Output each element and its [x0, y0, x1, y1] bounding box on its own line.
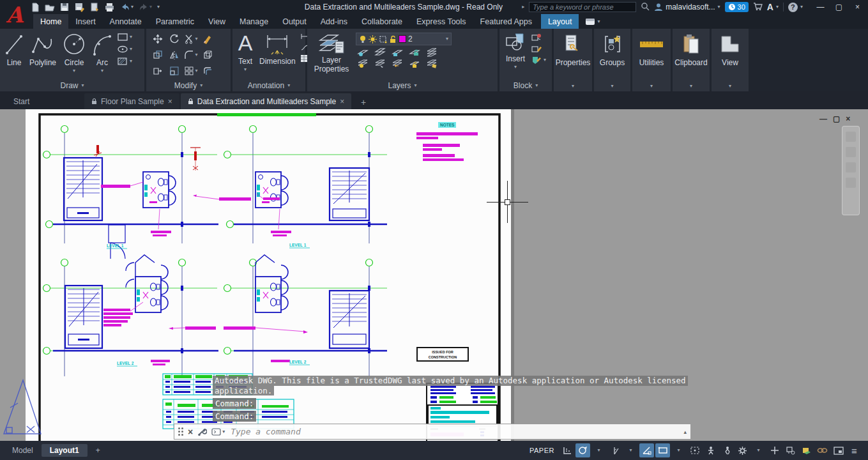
- save-icon[interactable]: [60, 3, 70, 12]
- dynamic-ucs-toggle[interactable]: [703, 443, 718, 457]
- ribbon-tab-layout[interactable]: Layout: [541, 14, 579, 29]
- create-block-tool[interactable]: [531, 33, 546, 41]
- modify-panel-footer[interactable]: Modify ▾: [146, 79, 231, 91]
- orbit-icon[interactable]: [846, 162, 856, 172]
- trial-countdown-badge[interactable]: 30: [725, 2, 749, 12]
- ribbon-tab-home[interactable]: Home: [33, 14, 68, 29]
- ribbon-tab-parametric[interactable]: Parametric: [149, 14, 201, 29]
- polyline-button[interactable]: Polyline: [28, 31, 57, 79]
- layer-select[interactable]: 2 ▾: [356, 33, 452, 45]
- new-layout-button[interactable]: +: [88, 444, 109, 457]
- polar-tracking-toggle[interactable]: [607, 443, 622, 457]
- minimize-button[interactable]: —: [811, 0, 830, 14]
- zoom-icon[interactable]: [846, 147, 856, 157]
- signed-in-user[interactable]: malavidasoft... ▾: [654, 3, 720, 12]
- layer-match-tool[interactable]: [426, 47, 438, 57]
- drawing-canvas[interactable]: LEVEL 1 LEVEL 1 LEVEL 2 LEVEL 2 NOTES: [0, 109, 868, 441]
- xref-link-icon[interactable]: [815, 443, 830, 457]
- navigation-bar[interactable]: [842, 126, 860, 215]
- file-tab-start[interactable]: Start: [6, 93, 83, 109]
- erase-tool[interactable]: [202, 34, 213, 44]
- workspace-caret[interactable]: ▾: [751, 443, 766, 457]
- pan-icon[interactable]: [846, 132, 856, 142]
- workspace-gear-button[interactable]: [735, 443, 750, 457]
- command-expand-icon[interactable]: ▴: [683, 429, 687, 435]
- layer-unlock-tool[interactable]: [409, 59, 420, 68]
- save-as-icon[interactable]: [75, 3, 85, 12]
- object-snap-tracking-toggle[interactable]: [655, 443, 670, 457]
- rotate-tool[interactable]: [169, 34, 179, 44]
- text-button[interactable]: A Text ▾: [236, 31, 255, 79]
- ribbon-tab-output[interactable]: Output: [275, 14, 314, 29]
- command-line-bar[interactable]: × ▾ ▴: [174, 424, 691, 440]
- redo-caret-icon[interactable]: ▾: [149, 4, 152, 10]
- app-menu-button[interactable]: A: [3, 0, 27, 29]
- hatch-tool[interactable]: ▾: [117, 57, 132, 66]
- clipboard-panel-collapsed[interactable]: Clipboard ▾: [673, 29, 710, 91]
- file-tab-floor-plan[interactable]: Floor Plan Sample ×: [84, 93, 179, 109]
- customization-menu-button[interactable]: ≡: [847, 443, 862, 457]
- annotation-scale-button[interactable]: [767, 443, 782, 457]
- groups-panel-collapsed[interactable]: Groups ▾: [594, 29, 630, 91]
- ribbon-tab-insert[interactable]: Insert: [68, 14, 102, 29]
- redo-icon[interactable]: ▾: [139, 3, 152, 12]
- command-close-icon[interactable]: ×: [188, 427, 193, 437]
- layer-previous-tool[interactable]: [392, 59, 403, 68]
- layer-unisolate-tool[interactable]: [374, 47, 386, 57]
- annotation-monitor-toggle[interactable]: [783, 443, 798, 457]
- scale-tool[interactable]: [169, 66, 179, 76]
- view-panel-collapsed[interactable]: View ▾: [712, 29, 749, 91]
- close-tab-icon[interactable]: ×: [340, 97, 344, 106]
- customize-wrench-icon[interactable]: [197, 427, 207, 436]
- mirror-tool[interactable]: [169, 50, 179, 60]
- open-file-icon[interactable]: [45, 3, 55, 12]
- doc-minimize-button[interactable]: —: [819, 114, 827, 123]
- layer-walk-tool[interactable]: [426, 59, 438, 68]
- annotation-panel-footer[interactable]: Annotation ▾: [232, 79, 305, 91]
- fillet-tool[interactable]: ▾: [184, 50, 197, 60]
- close-tab-icon[interactable]: ×: [168, 97, 172, 106]
- layer-freeze-tool[interactable]: [392, 47, 403, 57]
- autodesk-app-button[interactable]: A ▾: [767, 2, 779, 12]
- close-button[interactable]: ×: [848, 0, 867, 14]
- undo-caret-icon[interactable]: ▾: [131, 4, 133, 10]
- snap-mode-toggle[interactable]: [575, 443, 590, 457]
- collapse-arrow-icon[interactable]: ▸: [522, 4, 524, 10]
- edit-block-tool[interactable]: [531, 44, 546, 52]
- maximize-button[interactable]: ▢: [830, 0, 848, 14]
- print-icon[interactable]: [105, 3, 115, 12]
- ribbon-tab-manage[interactable]: Manage: [232, 14, 275, 29]
- search-icon[interactable]: [641, 2, 650, 13]
- insert-block-button[interactable]: Insert ▾: [503, 31, 528, 79]
- line-button[interactable]: Line: [3, 31, 25, 79]
- isolate-objects-button[interactable]: [799, 443, 814, 457]
- define-attributes-tool[interactable]: ▾: [531, 56, 546, 64]
- paper-space-label[interactable]: PAPER: [529, 447, 554, 454]
- user-caret-icon[interactable]: ▾: [718, 4, 720, 10]
- move-tool[interactable]: [153, 34, 163, 44]
- polar-caret[interactable]: ▾: [623, 443, 638, 457]
- object-snap-toggle[interactable]: [639, 443, 654, 457]
- recent-commands-button[interactable]: ▾: [211, 428, 225, 436]
- cart-icon[interactable]: [753, 2, 763, 13]
- arc-button[interactable]: Arc ▾: [91, 31, 114, 79]
- selection-cycling-toggle[interactable]: [687, 443, 702, 457]
- doc-restore-button[interactable]: ▢: [833, 114, 840, 123]
- layer-lock-tool[interactable]: [409, 47, 420, 57]
- model-tab[interactable]: Model: [4, 444, 42, 457]
- explode-tool[interactable]: [202, 50, 213, 60]
- draw-panel-footer[interactable]: Draw ▾: [0, 79, 144, 91]
- new-drawing-tab-button[interactable]: +: [356, 95, 370, 109]
- dimension-button[interactable]: Dimension: [258, 31, 297, 79]
- layers-panel-footer[interactable]: Layers ▾: [307, 79, 498, 91]
- command-input[interactable]: [229, 426, 679, 437]
- ribbon-tab-view[interactable]: View: [201, 14, 232, 29]
- osnap-tracking-caret[interactable]: ▾: [671, 443, 686, 457]
- layout1-tab[interactable]: Layout1: [42, 444, 88, 457]
- ribbon-tab-express-tools[interactable]: Express Tools: [409, 14, 473, 29]
- ellipse-tool[interactable]: ▾: [117, 45, 132, 54]
- layer-make-current-tool[interactable]: [374, 59, 386, 68]
- clean-screen-button[interactable]: [831, 443, 846, 457]
- properties-panel-collapsed[interactable]: Properties ▾: [554, 29, 592, 91]
- layer-off-tool[interactable]: [357, 59, 369, 68]
